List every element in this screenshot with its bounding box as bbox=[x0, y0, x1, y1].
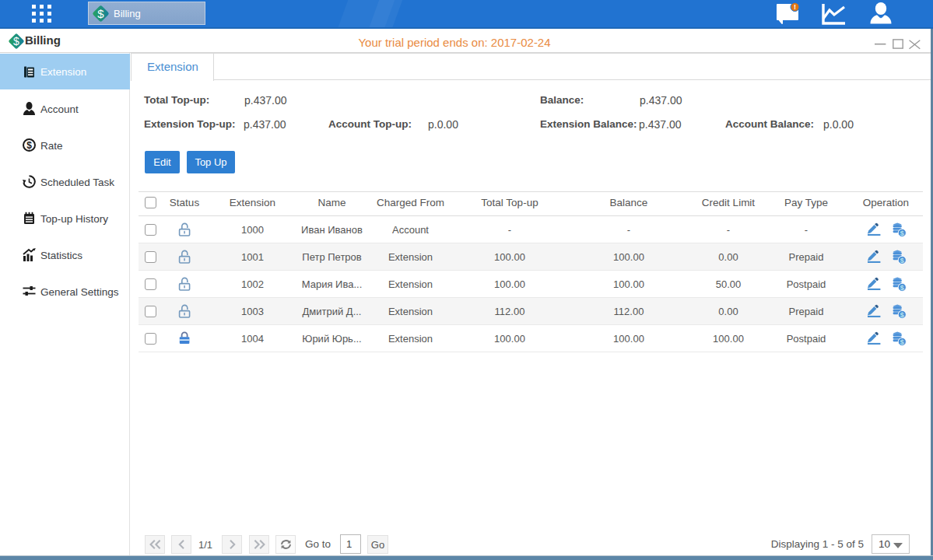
svg-text:$: $ bbox=[900, 256, 903, 264]
svg-text:!: ! bbox=[794, 3, 796, 11]
svg-text:$: $ bbox=[900, 338, 903, 345]
svg-text:$: $ bbox=[26, 140, 32, 151]
svg-text:$: $ bbox=[13, 35, 19, 47]
svg-text:$: $ bbox=[900, 310, 903, 318]
svg-text:$: $ bbox=[97, 6, 104, 19]
svg-text:$: $ bbox=[900, 283, 903, 291]
svg-text:$: $ bbox=[900, 229, 903, 236]
